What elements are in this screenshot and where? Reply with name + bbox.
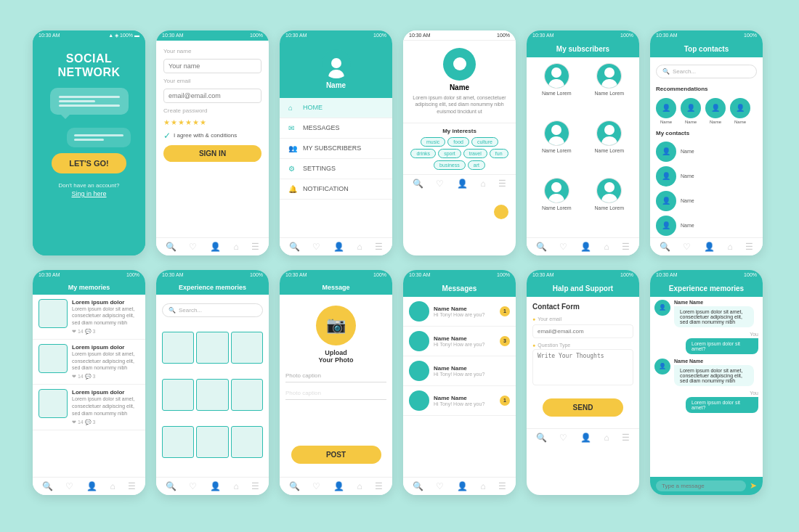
nav-p5-5[interactable]: ☰ [622,242,630,252]
status-bar-p11: 10:30 AM 100% [527,270,639,280]
nav-p10-4[interactable]: ⌂ [480,481,485,491]
notification-icon: 🔔 [288,185,297,193]
send-message-icon[interactable]: ➤ [750,480,757,491]
msg-item-4[interactable]: Name Name Hi Tony! How are you? 1 [403,386,516,416]
phone-profile-menu: 10:30 AM 100% Name ⌂ HOME ✉ MESSAGES 👥 [280,30,392,255]
nav-icon-2[interactable]: ♡ [312,242,320,252]
tag-music: music [421,137,445,147]
menu-label-subscribers: MY SUBSCRIBERS [303,144,361,152]
nav-p5-3[interactable]: 👤 [580,242,591,252]
nav-p6-1[interactable]: 🔍 [660,242,670,252]
nav-p7-4[interactable]: ⌂ [110,481,115,491]
nav-p4-2[interactable]: ♡ [436,179,444,189]
contact-item-1: 👤 Name [656,139,757,164]
nav-p8-4[interactable]: ⌂ [233,481,238,491]
menu-item-subscribers[interactable]: 👥 MY SUBSCRIBERS [280,139,392,159]
menu-item-notification[interactable]: 🔔 NOTIFICATION [280,179,392,200]
upload-area[interactable]: 📷 [316,306,356,345]
email-input[interactable] [163,89,261,103]
nav-menu-icon[interactable]: ☰ [251,242,259,252]
nav-p11-2[interactable]: ♡ [559,433,567,443]
nav-p11-5[interactable]: ☰ [622,433,630,443]
nav-p10-2[interactable]: ♡ [436,481,444,491]
nav-p4-4[interactable]: ⌂ [480,179,485,189]
menu-item-settings[interactable]: ⚙ SETTINGS [280,159,392,179]
msg-item-3[interactable]: Name Name Hi Tony! How are you? [403,356,516,386]
time-p6: 10:30 AM [656,33,678,38]
tag-art: art [468,160,485,170]
status-bar-p3: 10:30 AM 100% [280,30,392,41]
nav-p10-1[interactable]: 🔍 [413,481,423,491]
nav-icon-3[interactable]: 👤 [333,242,344,252]
post-button[interactable]: POST [291,446,381,464]
sign-in-button[interactable]: SIGN IN [163,145,261,162]
nav-p11-3[interactable]: 👤 [580,433,591,443]
nav-home-icon[interactable]: ⌂ [233,242,238,252]
photo-caption-input[interactable]: Photo caption [285,387,386,400]
nav-p8-1[interactable]: 🔍 [166,481,177,491]
msg-item-2[interactable]: Name Name Hi Tony! How are you? 3 [403,327,516,356]
nav-p5-4[interactable]: ⌂ [604,242,609,252]
nav-p10-5[interactable]: ☰ [498,481,506,491]
email-form-input[interactable] [532,324,633,338]
exp-search-container: 🔍 Search... [156,295,269,326]
type-message-input[interactable] [656,480,746,491]
contacts-search-bar[interactable]: 🔍 Search... [656,65,757,78]
msg-preview-1: Hi Tony! How are you? [434,312,495,317]
nav-p6-4[interactable]: ⌂ [727,242,732,252]
send-button[interactable]: SEND [543,398,623,417]
nav-icon-1[interactable]: 🔍 [289,242,300,252]
msg-item-1[interactable]: Name Name Hi Tony! How are you? 1 [403,297,516,327]
nav-p7-5[interactable]: ☰ [128,481,136,491]
menu-item-messages[interactable]: ✉ MESSAGES [280,118,392,139]
menu-item-home[interactable]: ⌂ HOME [280,98,392,118]
chat-line [59,96,120,98]
nav-p8-2[interactable]: ♡ [189,481,197,491]
phone-messages-list: 10:30 AM 100% Messages Name Name Hi Tony… [403,270,516,495]
password-label: Create password [163,107,261,114]
rec-4: 👤 Name [730,98,750,124]
exp-search-bar[interactable]: 🔍 Search... [162,303,263,317]
name-input[interactable] [163,59,261,73]
nav-heart-icon[interactable]: ♡ [189,242,197,252]
nav-p5-2[interactable]: ♡ [559,242,567,252]
nav-search-icon[interactable]: 🔍 [166,242,177,252]
time-p3: 10:30 AM [285,33,307,38]
nav-icon-5[interactable]: ☰ [375,242,383,252]
battery-p8: 100% [250,272,263,277]
lets-go-button[interactable]: LET'S GO! [52,153,126,173]
nav-p6-2[interactable]: ♡ [683,242,691,252]
nav-p6-5[interactable]: ☰ [745,242,753,252]
nav-p7-3[interactable]: 👤 [86,481,97,491]
contact-form-title: Contact Form [532,303,633,311]
nav-p8-5[interactable]: ☰ [251,481,259,491]
phone-chat: 10:30 AM 100% Experience memories 👤 Name… [650,270,763,495]
nav-p7-2[interactable]: ♡ [65,481,73,491]
nav-p6-3[interactable]: 👤 [704,242,715,252]
nav-p4-1[interactable]: 🔍 [413,179,423,189]
nav-p7-1[interactable]: 🔍 [42,481,53,491]
thoughts-input[interactable] [532,349,633,385]
nav-p8-3[interactable]: 👤 [210,481,221,491]
nav-p4-3[interactable]: 👤 [457,179,468,189]
nav-p11-4[interactable]: ⌂ [604,433,609,443]
nav-icon-4[interactable]: ⌂ [357,242,362,252]
tag-sport: sport [438,149,461,158]
nav-p9-4[interactable]: ⌂ [357,481,362,491]
sign-in-link[interactable]: Sing in here [71,190,106,197]
nav-p9-3[interactable]: 👤 [333,481,344,491]
nav-p9-5[interactable]: ☰ [375,481,383,491]
phone-profile-detail: 10:30 AM 100% Name Lorem ipsum dolor sit… [403,30,516,255]
memory-likes-3: ❤ 14 💬 3 [72,420,139,425]
nav-p5-1[interactable]: 🔍 [536,242,547,252]
battery-p4: 100% [497,33,510,38]
avatar-person [322,49,351,78]
nav-user-icon[interactable]: 👤 [210,242,221,252]
nav-p10-3[interactable]: 👤 [457,481,468,491]
nav-p11-1[interactable]: 🔍 [536,433,547,443]
nav-p9-2[interactable]: ♡ [312,481,320,491]
nav-p4-5[interactable]: ☰ [498,179,506,189]
nav-p9-1[interactable]: 🔍 [289,481,300,491]
photo-2 [196,332,228,364]
profile-name-detail: Name [450,83,469,91]
